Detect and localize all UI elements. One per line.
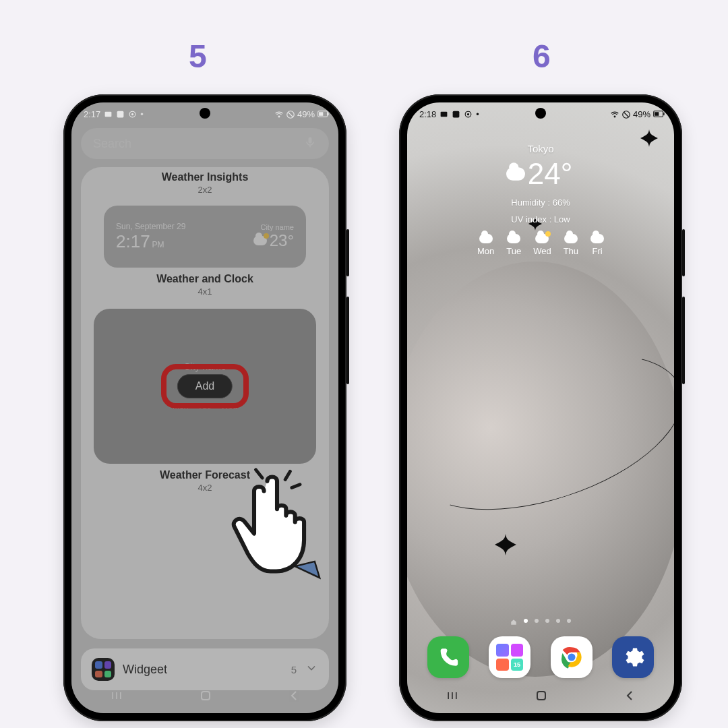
- battery-icon: [317, 110, 326, 119]
- settings-app-icon[interactable]: [612, 636, 654, 678]
- svg-point-20: [468, 113, 469, 115]
- svg-rect-32: [537, 692, 545, 700]
- status-time: 2:18: [419, 109, 436, 119]
- battery-percent: 49%: [633, 109, 650, 119]
- svg-rect-0: [105, 111, 112, 117]
- phone-screen-right: 2:18 • 49% Tokyo 24° Humidity : 66% UV i…: [407, 102, 674, 713]
- page-indicator[interactable]: [407, 619, 674, 626]
- home-dock: 15: [407, 636, 674, 678]
- wifi-icon: [610, 110, 619, 119]
- more-dot: •: [140, 109, 144, 119]
- recents-button[interactable]: [444, 689, 461, 705]
- home-weather-widget[interactable]: Tokyo 24° Humidity : 66% UV index : Low …: [407, 143, 674, 256]
- svg-rect-18: [453, 111, 460, 117]
- phone-frame-left: 2:17 • 49%: [63, 94, 346, 721]
- more-dot: •: [476, 109, 479, 119]
- home-button[interactable]: [533, 688, 549, 706]
- svg-point-3: [132, 113, 133, 115]
- weather-temp: 24°: [528, 157, 573, 191]
- recents-button[interactable]: [108, 689, 125, 705]
- image-icon: [439, 110, 448, 119]
- step-number-5: 5: [189, 38, 207, 75]
- sparkle-icon: [495, 534, 516, 555]
- svg-point-4: [278, 116, 280, 117]
- target-icon: [128, 110, 137, 119]
- weather-uv: UV index : Low: [407, 214, 674, 224]
- forecast-day: Tue: [506, 234, 521, 256]
- cloudy-icon: [564, 234, 578, 243]
- weather-city: Tokyo: [407, 143, 674, 154]
- weather-forecast-days: Mon Tue Wed Thu Fri: [407, 234, 674, 256]
- status-time: 2:17: [84, 109, 100, 119]
- phone-frame-right: 2:18 • 49% Tokyo 24° Humidity : 66% UV i…: [399, 94, 682, 721]
- target-icon: [464, 110, 473, 119]
- check-icon: [116, 110, 125, 119]
- svg-rect-16: [202, 692, 210, 700]
- image-icon: [104, 110, 113, 119]
- svg-rect-24: [663, 112, 664, 115]
- svg-rect-8: [319, 112, 323, 116]
- check-icon: [452, 110, 460, 119]
- svg-rect-17: [441, 111, 448, 117]
- wifi-icon: [274, 110, 283, 119]
- svg-rect-25: [655, 112, 659, 116]
- battery-percent: 49%: [297, 109, 315, 119]
- forecast-day: Wed: [533, 234, 551, 256]
- dim-overlay: [71, 102, 338, 713]
- widgeet-app-icon[interactable]: 15: [489, 636, 530, 678]
- page-dot: [545, 619, 549, 623]
- navigation-bar: [71, 681, 338, 713]
- no-sim-icon: [621, 110, 630, 119]
- page-dot: [535, 619, 539, 623]
- no-sim-icon: [286, 110, 295, 119]
- back-button[interactable]: [621, 688, 638, 706]
- home-page-icon: [510, 619, 517, 626]
- battery-icon: [653, 110, 662, 119]
- forecast-day: Mon: [477, 234, 494, 256]
- phone-screen-left: 2:17 • 49%: [71, 102, 338, 713]
- partly-cloudy-icon: [535, 234, 549, 243]
- camera-punch-hole: [535, 108, 546, 119]
- back-button[interactable]: [286, 688, 302, 706]
- cloudy-icon: [506, 167, 525, 181]
- forecast-day: Thu: [564, 234, 578, 256]
- cloudy-icon: [479, 234, 493, 243]
- page-dot: [524, 619, 528, 623]
- navigation-bar: [407, 681, 674, 713]
- page-dot: [567, 619, 571, 623]
- camera-punch-hole: [200, 108, 210, 119]
- chrome-app-icon[interactable]: [551, 636, 593, 678]
- phone-app-icon[interactable]: [427, 636, 469, 678]
- page-dot: [556, 619, 560, 623]
- cloudy-icon: [590, 234, 604, 243]
- forecast-day: Fri: [590, 234, 604, 256]
- svg-point-21: [614, 116, 615, 117]
- home-button[interactable]: [198, 688, 214, 706]
- step-number-6: 6: [533, 38, 551, 75]
- weather-humidity: Humidity : 66%: [407, 198, 674, 208]
- svg-rect-7: [328, 112, 328, 115]
- svg-rect-1: [117, 111, 124, 117]
- cloudy-icon: [507, 234, 520, 243]
